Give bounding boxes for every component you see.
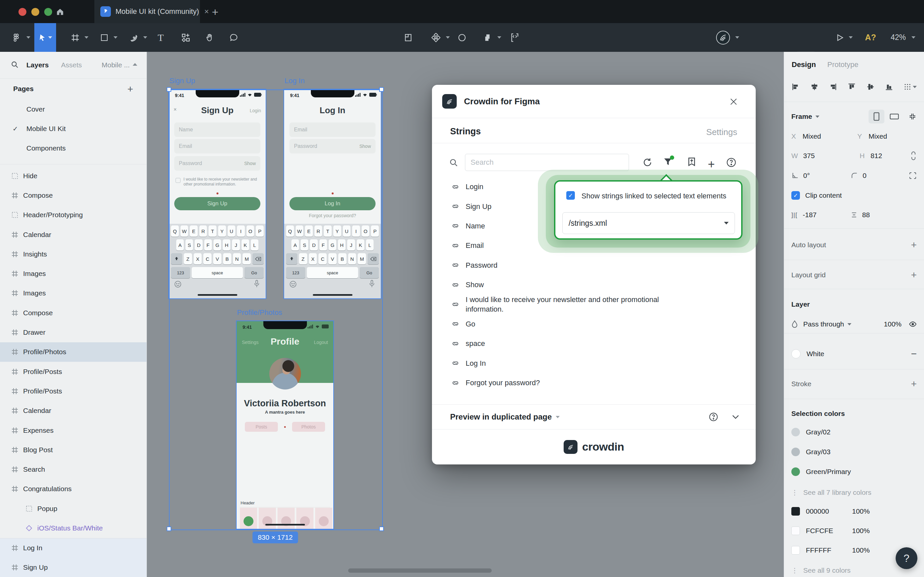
minimize-window-button[interactable] xyxy=(31,8,39,16)
key[interactable]: N xyxy=(348,253,356,264)
horizontal-padding-value[interactable]: -187 xyxy=(803,211,817,219)
layer-row[interactable]: Hide xyxy=(0,166,146,185)
shape-tool-chevron-icon[interactable] xyxy=(112,23,119,52)
tab-prototype[interactable]: Prototype xyxy=(827,60,858,69)
page-row[interactable]: ✓ Mobile UI Kit xyxy=(0,119,146,138)
key[interactable]: X xyxy=(309,253,317,264)
tab-assets[interactable]: Assets xyxy=(61,61,82,69)
show-password-link[interactable]: Show xyxy=(244,161,256,166)
selection-handle[interactable] xyxy=(379,87,384,92)
vertical-gap-value[interactable]: 88 xyxy=(862,211,870,219)
email-field[interactable]: Email xyxy=(290,122,375,137)
hand-tool-icon[interactable] xyxy=(201,23,218,52)
avatar-chevron-icon[interactable] xyxy=(733,23,741,52)
align-left-icon[interactable] xyxy=(791,82,800,91)
see-library-colors-row[interactable]: ⋮ See all 7 library colors xyxy=(791,487,917,498)
preview-label[interactable]: Preview in duplicated page xyxy=(450,412,552,422)
key[interactable]: J xyxy=(232,239,240,251)
key[interactable]: G xyxy=(214,239,221,251)
numbers-key[interactable]: 123 xyxy=(171,267,190,278)
horizontal-scrollbar[interactable] xyxy=(348,569,492,573)
key[interactable]: D xyxy=(195,239,202,251)
fullscreen-window-button[interactable] xyxy=(44,8,52,16)
main-menu-chevron-icon[interactable] xyxy=(24,23,32,52)
hex-color-row[interactable]: 000000 100% xyxy=(791,501,917,521)
add-string-button[interactable]: + xyxy=(708,158,715,171)
add-auto-layout-button[interactable]: + xyxy=(911,239,917,251)
key[interactable]: Z xyxy=(299,253,307,264)
key[interactable]: F xyxy=(319,239,327,251)
photo-tile[interactable] xyxy=(296,508,314,529)
opacity-value[interactable]: 100% xyxy=(884,320,901,328)
clip-content-checkbox[interactable]: ✓ xyxy=(791,191,800,200)
key[interactable]: L xyxy=(251,239,258,251)
blend-mode-value[interactable]: Pass through xyxy=(803,320,844,328)
string-row[interactable]: Go xyxy=(451,314,735,334)
shift-key[interactable] xyxy=(171,253,182,264)
key[interactable]: Y xyxy=(218,226,226,237)
key[interactable]: U xyxy=(343,226,351,237)
key[interactable]: V xyxy=(328,253,336,264)
key[interactable]: H xyxy=(223,239,230,251)
page-row[interactable]: ✓ Components xyxy=(0,139,146,158)
tab-layers[interactable]: Layers xyxy=(26,61,49,69)
search-input[interactable] xyxy=(465,154,629,171)
key[interactable]: T xyxy=(324,226,332,237)
move-tool[interactable] xyxy=(34,23,56,52)
key[interactable]: Y xyxy=(333,226,341,237)
tab-strings[interactable]: Strings xyxy=(450,126,481,137)
home-icon[interactable] xyxy=(53,5,67,19)
filter-icon[interactable] xyxy=(663,157,673,167)
frame-tool-chevron-icon[interactable] xyxy=(83,23,90,52)
add-layout-grid-button[interactable]: + xyxy=(911,269,917,280)
key[interactable]: C xyxy=(203,253,211,264)
comment-tool-icon[interactable] xyxy=(225,23,242,52)
layer-row[interactable]: Sign Up xyxy=(0,558,146,577)
pen-tool-icon[interactable] xyxy=(126,23,142,52)
key[interactable]: Q xyxy=(286,226,294,237)
y-value[interactable]: Mixed xyxy=(869,132,887,140)
key[interactable]: B xyxy=(338,253,346,264)
libraries-icon[interactable] xyxy=(428,23,444,52)
present-chevron-icon[interactable] xyxy=(847,23,855,52)
string-row[interactable]: Show xyxy=(451,275,735,295)
key[interactable]: I xyxy=(237,226,245,237)
layer-row[interactable]: Calendar xyxy=(0,225,146,244)
layer-row[interactable]: Popup xyxy=(0,499,146,518)
backspace-key[interactable] xyxy=(253,253,264,264)
fill-row[interactable]: White − xyxy=(791,348,917,359)
login-frame[interactable]: 9:41 Log In Email Password Show Log In F… xyxy=(284,89,381,298)
shrink-to-fit-icon[interactable] xyxy=(908,112,917,121)
export-icon[interactable] xyxy=(687,157,697,167)
tab-posts[interactable]: Posts xyxy=(245,422,278,432)
layer-row[interactable]: Header/Prototyping xyxy=(0,205,146,225)
linked-strings-checkbox[interactable]: ✓ xyxy=(566,191,575,200)
string-row[interactable]: space xyxy=(451,334,735,353)
close-window-button[interactable] xyxy=(18,8,26,16)
align-bottom-icon[interactable] xyxy=(885,82,893,91)
layer-row[interactable]: Profile/Posts xyxy=(0,381,146,401)
preview-chevron-icon[interactable] xyxy=(556,416,560,418)
go-key[interactable]: Go xyxy=(245,267,264,278)
remove-fill-icon[interactable]: − xyxy=(911,348,917,359)
key[interactable]: E xyxy=(305,226,313,237)
close-icon[interactable] xyxy=(729,97,739,106)
key[interactable]: O xyxy=(246,226,254,237)
missing-fonts-badge[interactable]: A? xyxy=(862,23,879,52)
layer-row[interactable]: Profile/Photos xyxy=(0,342,146,362)
photo-tile[interactable] xyxy=(240,508,257,529)
search-icon[interactable] xyxy=(11,60,19,69)
rotation-value[interactable]: 0° xyxy=(803,172,810,180)
string-row[interactable]: Forgot your password? xyxy=(451,373,735,392)
layer-row[interactable]: Congratulations xyxy=(0,479,146,499)
page-switcher[interactable]: Mobile ... xyxy=(101,61,130,69)
frame-label-profile[interactable]: Profile/Photos xyxy=(237,308,282,317)
password-field[interactable]: Password Show xyxy=(174,156,260,171)
key[interactable]: S xyxy=(185,239,193,251)
key[interactable]: X xyxy=(194,253,202,264)
key[interactable]: U xyxy=(228,226,236,237)
page-row[interactable]: ✓ Cover xyxy=(0,99,146,119)
key[interactable]: G xyxy=(329,239,336,251)
add-page-button[interactable]: + xyxy=(127,84,133,95)
align-top-icon[interactable] xyxy=(847,82,856,91)
